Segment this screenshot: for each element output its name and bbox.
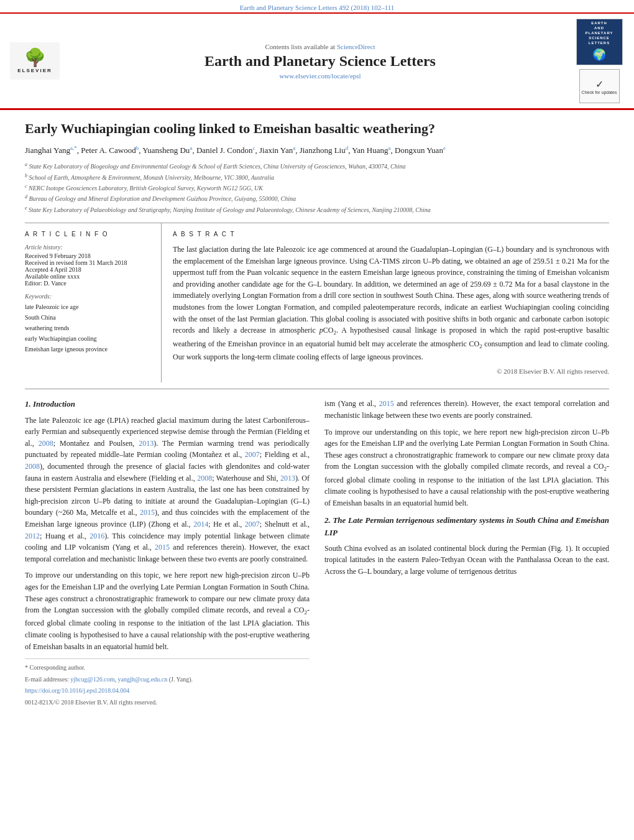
earth-logo-text: EARTH AND PLANETARY SCIENCE LETTERS 🌍 <box>586 21 613 62</box>
affil-d: d Bureau of Geology and Mineral Explorat… <box>25 193 609 204</box>
contents-text: Contents lists available at <box>265 43 336 50</box>
body-col-left: 1. Introduction The late Paleozoic ice a… <box>25 398 310 709</box>
section2-para1: South China evolved as an isolated conti… <box>324 543 609 578</box>
body-content: 1. Introduction The late Paleozoic ice a… <box>25 389 609 709</box>
badge-label: Check for updates <box>582 90 617 95</box>
ref-shelnutt2012[interactable]: 2012 <box>25 532 40 540</box>
ref-fielding2008b[interactable]: 2008 <box>25 462 40 471</box>
affil-a: a State Key Laboratory of Biogeology and… <box>25 161 609 172</box>
article-info-heading: A R T I C L E I N F O <box>25 231 152 238</box>
section2-number: 2. <box>324 515 331 525</box>
ref-montanez2013[interactable]: 2013 <box>139 439 154 448</box>
ref-yang2015[interactable]: 2015 <box>155 543 170 552</box>
affil-b: b School of Earth, Atmosphere & Environm… <box>25 172 609 183</box>
elsevier-logo-image: 🌳 ELSEVIER <box>10 42 60 80</box>
section1-right-para2: To improve our understanding on this top… <box>324 427 609 509</box>
ref-waterhouse2013[interactable]: 2013 <box>280 474 295 482</box>
elsevier-tree-icon: 🌳 <box>24 49 46 67</box>
keyword-4: early Wuchiapingian cooling <box>25 333 152 344</box>
ref-huang2016[interactable]: 2016 <box>90 532 104 540</box>
article-title: Early Wuchiapingian cooling linked to Em… <box>25 120 609 138</box>
article-info-col: A R T I C L E I N F O Article history: R… <box>25 223 162 382</box>
journal-header: 🌳 ELSEVIER Contents lists available at S… <box>0 12 634 109</box>
header-right: EARTH AND PLANETARY SCIENCE LETTERS 🌍 ✓ … <box>574 19 624 103</box>
contents-line: Contents lists available at ScienceDirec… <box>72 43 568 50</box>
ref-montanez2007[interactable]: 2007 <box>245 450 260 459</box>
check-updates-badge: ✓ Check for updates <box>579 69 620 103</box>
keywords-group: Keywords: late Paleozoic ice age South C… <box>25 293 152 354</box>
body-columns: 1. Introduction The late Paleozoic ice a… <box>25 398 609 709</box>
corresponding-note: * Corresponding author. <box>25 663 310 673</box>
section1-title: 1. Introduction <box>25 398 310 410</box>
journal-citation-text: Earth and Planetary Science Letters 492 … <box>240 4 395 11</box>
header-center: Contents lists available at ScienceDirec… <box>72 43 568 80</box>
ref-metcalfe2015[interactable]: 2015 <box>140 508 155 517</box>
authors-line: Jianghai Yanga,*, Peter A. Cawoodb, Yuan… <box>25 144 609 157</box>
section1-heading: Introduction <box>33 399 75 408</box>
received-date: Received 9 February 2018 <box>25 252 152 259</box>
article-history: Article history: Received 9 February 201… <box>25 244 152 287</box>
abstract-heading: A B S T R A C T <box>173 231 609 238</box>
ref-fielding2008a[interactable]: 2008 <box>39 439 53 448</box>
ref-yang2015b[interactable]: 2015 <box>379 399 394 408</box>
email-author: (J. Yang). <box>169 676 193 683</box>
elsevier-name: ELSEVIER <box>17 68 52 73</box>
footnote-area: * Corresponding author. E-mail addresses… <box>25 658 310 707</box>
section1-para2: To improve our understanding on this top… <box>25 570 310 652</box>
email-note: E-mail addresses: yjhcug@126.com, yangjh… <box>25 675 310 685</box>
keyword-2: South China <box>25 312 152 323</box>
abstract-text: The last glaciation during the late Pale… <box>173 244 609 362</box>
ref-he2007[interactable]: 2007 <box>245 520 260 528</box>
keyword-5: Emeishan large igneous province <box>25 344 152 354</box>
section1-number: 1. <box>25 399 31 408</box>
section2-title: 2. The Late Permian terrigenous sediment… <box>324 514 609 539</box>
keyword-3: weathering trends <box>25 323 152 333</box>
affiliations: a State Key Laboratory of Biogeology and… <box>25 161 609 215</box>
corresponding-label: * Corresponding author. <box>25 664 85 671</box>
editor: Editor: D. Vance <box>25 280 152 287</box>
keywords-label: Keywords: <box>25 293 152 300</box>
earth-logo: EARTH AND PLANETARY SCIENCE LETTERS 🌍 <box>576 19 623 65</box>
issn-line: 0012-821X/© 2018 Elsevier B.V. All right… <box>25 698 310 708</box>
ref-zhong2014[interactable]: 2014 <box>193 520 208 528</box>
history-label: Article history: <box>25 244 152 251</box>
accepted-date: Accepted 4 April 2018 <box>25 266 152 273</box>
available-online: Available online xxxx <box>25 273 152 280</box>
science-direct-link[interactable]: ScienceDirect <box>337 43 375 50</box>
doi-line: https://doi.org/10.1016/j.epsl.2018.04.0… <box>25 686 310 696</box>
article-main: Early Wuchiapingian cooling linked to Em… <box>0 110 634 715</box>
journal-url[interactable]: www.elsevier.com/locate/epsl <box>72 72 568 80</box>
page-wrapper: Earth and Planetary Science Letters 492 … <box>0 0 634 715</box>
section1-para1: The late Paleozoic ice age (LPIA) reache… <box>25 415 310 565</box>
keyword-1: late Paleozoic ice age <box>25 302 152 312</box>
abstract-col: A B S T R A C T The last glaciation duri… <box>162 223 609 382</box>
section1-right-para1: ism (Yang et al., 2015 and references th… <box>324 398 609 421</box>
elsevier-logo: 🌳 ELSEVIER <box>10 42 66 80</box>
email-label: E-mail addresses: <box>25 676 69 683</box>
copyright-line: © 2018 Elsevier B.V. All rights reserved… <box>173 367 609 375</box>
keywords-list: late Paleozoic ice age South China weath… <box>25 302 152 354</box>
affil-c: c NERC Isotope Geosciences Laboratory, B… <box>25 183 609 193</box>
ref-fielding2008c[interactable]: 2008 <box>197 474 212 482</box>
doi-link[interactable]: https://doi.org/10.1016/j.epsl.2018.04.0… <box>25 687 129 694</box>
journal-citation: Earth and Planetary Science Letters 492 … <box>0 0 634 12</box>
journal-title: Earth and Planetary Science Letters <box>72 53 568 70</box>
email-link1[interactable]: yjhcug@126.com <box>70 676 114 683</box>
email-link2[interactable]: yangjh@cug.edu.cn <box>117 676 167 683</box>
body-col-right: ism (Yang et al., 2015 and references th… <box>324 398 609 709</box>
article-info-abstract: A R T I C L E I N F O Article history: R… <box>25 223 609 382</box>
section2-heading: The Late Permian terrigenous sedimentary… <box>324 515 609 537</box>
revised-date: Received in revised form 31 March 2018 <box>25 259 152 266</box>
journal-url-link[interactable]: www.elsevier.com/locate/epsl <box>279 72 361 80</box>
affil-e: e State Key Laboratory of Palaeobiology … <box>25 205 609 215</box>
